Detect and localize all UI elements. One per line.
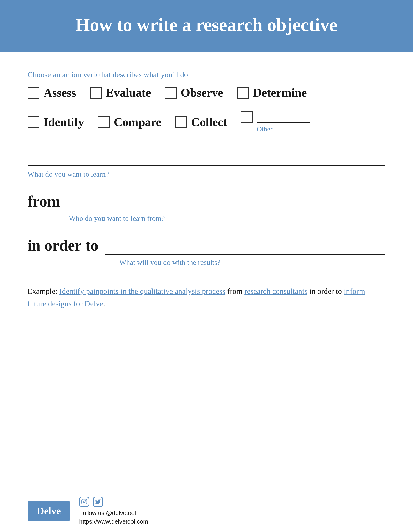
from-section: from Who do you want to learn from? xyxy=(28,192,385,223)
example-section: Example: Identify painpoints in the qual… xyxy=(28,285,385,310)
verb-section-label: Choose an action verb that describes wha… xyxy=(28,70,385,79)
checkboxes-row-1: Assess Evaluate Observe Determine xyxy=(28,86,385,99)
social-icons-row xyxy=(79,497,148,507)
other-label: Other xyxy=(257,125,272,133)
from-label: from xyxy=(28,192,60,210)
from-hint: Who do you want to learn from? xyxy=(69,214,385,223)
example-intro: Example: xyxy=(28,287,59,295)
checkbox-collect[interactable]: Collect xyxy=(175,115,227,129)
collect-label: Collect xyxy=(191,115,227,129)
learn-hint: What do you want to learn? xyxy=(28,170,385,179)
checkbox-evaluate[interactable]: Evaluate xyxy=(90,86,151,99)
in-order-row: in order to xyxy=(28,236,385,255)
in-order-label: in order to xyxy=(28,236,98,255)
evaluate-checkbox[interactable] xyxy=(90,87,102,99)
determine-label: Determine xyxy=(253,86,307,99)
learn-section: What do you want to learn? xyxy=(28,165,385,179)
from-row: from xyxy=(28,192,385,210)
example-text: Example: Identify painpoints in the qual… xyxy=(28,285,385,310)
instagram-icon[interactable] xyxy=(79,497,89,507)
observe-checkbox[interactable] xyxy=(165,87,177,99)
other-input-line[interactable] xyxy=(257,111,310,123)
in-order-section: in order to What will you do with the re… xyxy=(28,236,385,267)
in-order-hint: What will you do with the results? xyxy=(119,258,385,267)
example-link-2[interactable]: research consultants xyxy=(244,287,307,295)
observe-label: Observe xyxy=(181,86,223,99)
checkbox-compare[interactable]: Compare xyxy=(98,115,161,129)
example-middle1: from xyxy=(225,287,244,295)
evaluate-label: Evaluate xyxy=(106,86,151,99)
compare-label: Compare xyxy=(114,115,161,129)
svg-point-2 xyxy=(85,500,86,501)
url-text[interactable]: https://www.delvetool.com xyxy=(79,518,148,525)
example-middle2: in order to xyxy=(307,287,344,295)
example-end: . xyxy=(103,299,105,308)
determine-checkbox[interactable] xyxy=(237,87,249,99)
page-header: How to write a research objective xyxy=(0,0,413,52)
in-order-input-line[interactable] xyxy=(105,254,386,255)
footer: Delve Follow us @delvetool https://www.d… xyxy=(0,490,413,532)
checkbox-observe[interactable]: Observe xyxy=(165,86,223,99)
collect-checkbox[interactable] xyxy=(175,116,187,128)
twitter-icon[interactable] xyxy=(93,497,103,507)
compare-checkbox[interactable] xyxy=(98,116,110,128)
svg-point-1 xyxy=(83,501,85,503)
checkbox-other-container: Other xyxy=(241,111,310,133)
identify-label: Identify xyxy=(44,115,84,129)
verb-section: Choose an action verb that describes wha… xyxy=(28,70,385,151)
delve-button[interactable]: Delve xyxy=(28,501,70,521)
checkbox-assess[interactable]: Assess xyxy=(28,86,76,99)
assess-label: Assess xyxy=(44,86,76,99)
checkbox-identify[interactable]: Identify xyxy=(28,115,84,129)
checkboxes-row-2: Identify Compare Collect Other xyxy=(28,111,385,133)
identify-checkbox[interactable] xyxy=(28,116,39,128)
learn-divider xyxy=(28,165,385,166)
svg-rect-0 xyxy=(82,499,87,504)
page-title: How to write a research objective xyxy=(23,14,390,36)
example-link-1[interactable]: Identify painpoints in the qualitative a… xyxy=(59,287,225,295)
main-content: Choose an action verb that describes wha… xyxy=(0,52,413,490)
assess-checkbox[interactable] xyxy=(28,87,39,99)
checkbox-determine[interactable]: Determine xyxy=(237,86,307,99)
follow-text: Follow us @delvetool xyxy=(79,510,148,517)
from-input-line[interactable] xyxy=(67,210,385,210)
social-section: Follow us @delvetool https://www.delveto… xyxy=(79,497,148,525)
other-checkbox[interactable] xyxy=(241,111,253,123)
